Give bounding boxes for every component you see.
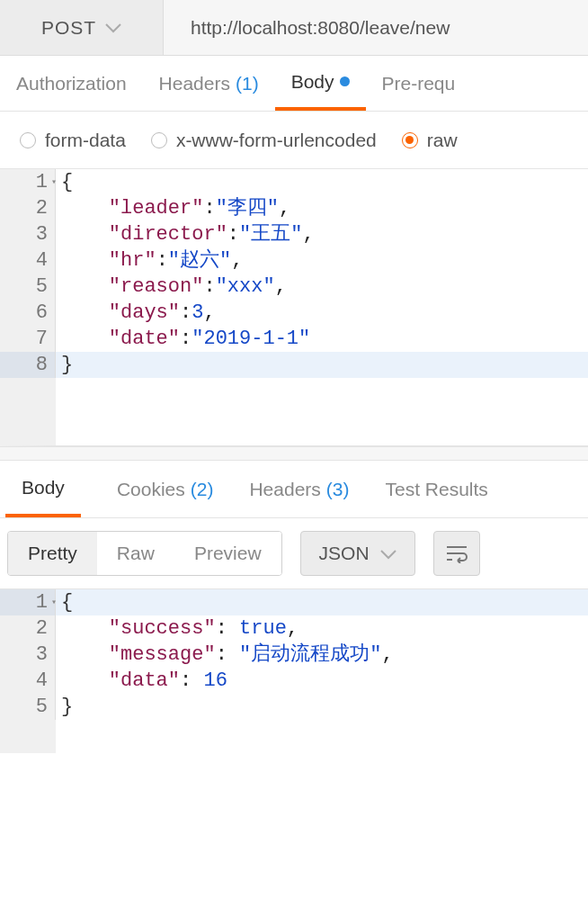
tab-authorization[interactable]: Authorization <box>0 56 143 111</box>
view-raw-label: Raw <box>117 543 155 563</box>
response-tabs: Body Cookies (2) Headers (3) Test Result… <box>0 461 588 518</box>
wrap-icon <box>445 543 468 563</box>
colon: : <box>156 249 168 272</box>
radio-form-data-label: form-data <box>45 130 126 151</box>
view-pretty[interactable]: Pretty <box>8 532 97 575</box>
radio-urlencoded[interactable]: x-www-form-urlencoded <box>151 130 377 151</box>
format-select[interactable]: JSON <box>300 531 415 576</box>
colon: : <box>180 328 192 350</box>
body-type-bar: form-data x-www-form-urlencoded raw <box>0 112 588 169</box>
line-number: 7 <box>0 326 56 352</box>
json-key: "message" <box>109 643 216 666</box>
unsaved-dot-icon <box>340 76 350 86</box>
comma: , <box>302 223 314 246</box>
line-number: 4 <box>0 247 56 274</box>
tab-headers-label: Headers <box>159 73 230 94</box>
fold-arrow-icon[interactable]: ▾ <box>51 589 57 615</box>
view-preview-label: Preview <box>194 543 262 563</box>
chevron-down-icon <box>105 17 121 38</box>
url-text: http://localhost:8080/leave/new <box>191 17 450 39</box>
brace-close: } <box>61 696 73 718</box>
colon: : <box>180 669 203 692</box>
url-input[interactable]: http://localhost:8080/leave/new <box>164 0 588 55</box>
tab-authorization-label: Authorization <box>16 73 127 94</box>
radio-form-data[interactable]: form-data <box>20 130 126 151</box>
format-label: JSON <box>319 543 370 564</box>
json-value: "赵六" <box>168 249 231 272</box>
tab-headers-count: (1) <box>236 73 259 94</box>
json-key: "leader" <box>109 197 204 220</box>
line-number: 5 <box>0 274 56 300</box>
radio-icon <box>20 132 36 148</box>
json-key: "hr" <box>109 249 156 272</box>
radio-urlencoded-label: x-www-form-urlencoded <box>176 130 377 151</box>
line-number: 2 <box>0 195 56 221</box>
json-value: 16 <box>203 669 227 692</box>
response-tab-tests-label: Test Results <box>385 479 487 500</box>
wrap-lines-button[interactable] <box>433 531 480 576</box>
request-tabs: Authorization Headers (1) Body Pre-requ <box>0 56 588 112</box>
colon: : <box>216 643 239 666</box>
view-raw[interactable]: Raw <box>97 532 174 575</box>
tab-body-label: Body <box>291 71 334 93</box>
colon: : <box>203 197 215 220</box>
comma: , <box>279 197 290 220</box>
json-value: "xxx" <box>216 275 275 298</box>
radio-icon <box>151 132 167 148</box>
brace-open: { <box>61 171 73 193</box>
view-preview[interactable]: Preview <box>174 532 281 575</box>
request-body-editor[interactable]: 1▾ { 2 "leader":"李四", 3 "director":"王五",… <box>0 169 588 378</box>
comma: , <box>287 617 298 640</box>
json-key: "date" <box>109 328 180 350</box>
json-key: "director" <box>109 223 227 246</box>
json-key: "days" <box>109 301 180 324</box>
json-value: "2019-1-1" <box>192 328 310 350</box>
view-mode-segment: Pretty Raw Preview <box>7 531 282 576</box>
line-number: 5 <box>0 694 56 720</box>
radio-raw[interactable]: raw <box>402 130 458 151</box>
fold-arrow-icon[interactable]: ▾ <box>51 169 57 195</box>
view-pretty-label: Pretty <box>28 543 77 563</box>
json-value: "启动流程成功" <box>239 643 381 666</box>
line-number: 1▾ <box>0 589 56 615</box>
response-tab-tests[interactable]: Test Results <box>385 461 487 517</box>
comma: , <box>275 275 287 298</box>
tab-headers[interactable]: Headers (1) <box>143 56 275 111</box>
response-tab-headers[interactable]: Headers (3) <box>249 461 349 517</box>
colon: : <box>203 275 215 298</box>
radio-raw-label: raw <box>427 130 458 151</box>
comma: , <box>203 301 215 324</box>
colon: : <box>216 617 239 640</box>
json-value: "王五" <box>239 223 302 246</box>
response-tab-headers-count: (3) <box>326 479 350 500</box>
json-key: "success" <box>109 617 216 640</box>
line-number: 2 <box>0 615 56 642</box>
json-key: "reason" <box>109 275 204 298</box>
http-method-label: POST <box>41 17 96 39</box>
http-method-select[interactable]: POST <box>0 0 164 55</box>
editor-empty-area[interactable] <box>0 378 588 446</box>
line-number: 3 <box>0 221 56 247</box>
colon: : <box>227 223 239 246</box>
response-body-viewer[interactable]: 1▾ { 2 "success": true, 3 "message": "启动… <box>0 589 588 720</box>
response-tab-headers-label: Headers <box>249 479 320 500</box>
line-number: 4 <box>0 668 56 694</box>
colon: : <box>180 301 192 324</box>
tab-body[interactable]: Body <box>275 56 366 111</box>
json-value: true <box>239 617 287 640</box>
response-tab-body-label: Body <box>22 477 65 498</box>
response-tab-body[interactable]: Body <box>5 461 81 517</box>
tab-prerequest[interactable]: Pre-requ <box>366 56 456 111</box>
json-value: "李四" <box>216 197 279 220</box>
panel-divider[interactable] <box>0 446 588 461</box>
json-key: "data" <box>109 669 180 692</box>
response-tab-cookies-label: Cookies <box>117 479 185 500</box>
comma: , <box>381 643 393 666</box>
editor-empty-area[interactable] <box>0 720 588 753</box>
line-number: 1▾ <box>0 169 56 195</box>
brace-open: { <box>61 591 73 614</box>
response-view-controls: Pretty Raw Preview JSON <box>0 518 588 589</box>
response-tab-cookies[interactable]: Cookies (2) <box>117 461 214 517</box>
tab-prerequest-label: Pre-requ <box>382 73 456 94</box>
brace-close: } <box>61 354 73 376</box>
